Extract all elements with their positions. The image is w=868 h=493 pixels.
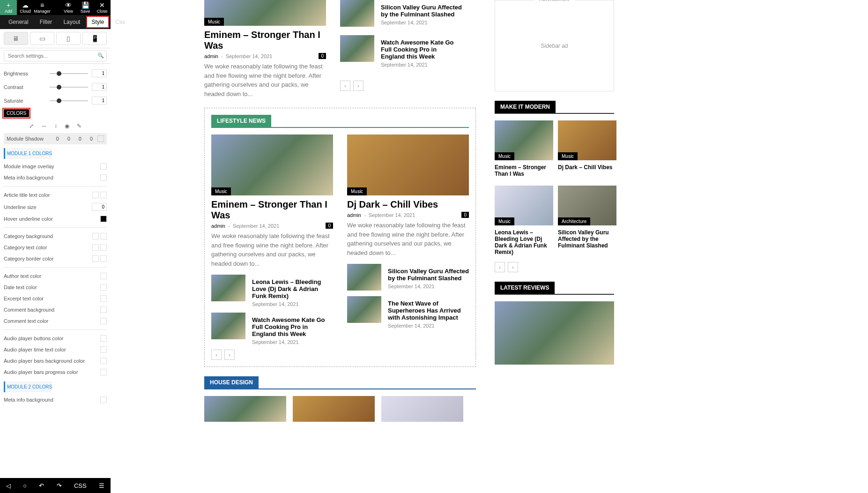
color-swatch[interactable] [100, 192, 107, 198]
home-icon[interactable]: ○ [23, 482, 27, 489]
article-thumb[interactable]: Music [558, 120, 616, 160]
category-tag[interactable]: Music [558, 152, 578, 160]
underline-size-input[interactable] [92, 203, 107, 211]
ad-box[interactable]: - Advertisement - Sidebar ad [495, 0, 614, 91]
article-image[interactable] [204, 396, 286, 422]
shadow-val-1[interactable]: 0 [67, 136, 70, 142]
redo-icon[interactable]: ↷ [57, 482, 62, 489]
horizontal-icon[interactable]: ↔ [41, 123, 47, 129]
category-tag[interactable]: Music [211, 187, 231, 195]
article-thumb[interactable]: Music [495, 120, 553, 160]
color-swatch[interactable] [100, 255, 107, 262]
shadow-color-swatch[interactable] [97, 135, 104, 142]
color-swatch[interactable] [100, 396, 107, 403]
color-swatch[interactable] [100, 358, 107, 364]
cloud-button[interactable]: ☁Cloud [17, 0, 34, 15]
shadow-val-3[interactable]: 0 [90, 136, 93, 142]
tab-layout[interactable]: Layout [59, 16, 85, 28]
color-swatch[interactable] [100, 318, 107, 324]
article-title[interactable]: Eminem – Stronger Than I Was [495, 164, 553, 177]
edit-icon[interactable]: ✎ [77, 123, 82, 129]
next-arrow[interactable]: › [353, 81, 364, 91]
blur-icon[interactable]: ◉ [65, 123, 69, 129]
article-image[interactable] [293, 396, 375, 422]
author-link[interactable]: admin [347, 212, 361, 218]
device-mobile[interactable]: 📱 [82, 32, 107, 45]
shadow-val-0[interactable]: 0 [56, 136, 59, 142]
category-tag[interactable]: Music [347, 187, 367, 195]
color-swatch[interactable] [100, 295, 107, 302]
article-thumb[interactable] [211, 313, 245, 339]
close-button[interactable]: ✕Close [94, 0, 111, 15]
color-swatch[interactable] [92, 255, 99, 262]
article-title[interactable]: Silicon Valley Guru Affected by the Fulm… [558, 229, 616, 249]
article-thumb[interactable] [211, 275, 245, 301]
color-swatch[interactable] [100, 216, 107, 222]
article-title[interactable]: Eminem – Stronger Than I Was [204, 30, 326, 51]
color-swatch[interactable] [100, 306, 107, 313]
comment-badge[interactable]: 0 [319, 53, 326, 59]
slider-knob[interactable] [57, 85, 61, 90]
brightness-slider[interactable] [50, 73, 88, 74]
article-image[interactable]: Music [347, 134, 469, 195]
vertical-icon[interactable]: ↕ [54, 123, 57, 129]
device-tablet-landscape[interactable]: ▭ [30, 32, 54, 45]
article-title[interactable]: Leona Lewis – Bleeding Love (Dj Dark & A… [252, 278, 333, 299]
view-button[interactable]: 👁View [60, 0, 77, 15]
device-tablet-portrait[interactable]: ▯ [56, 32, 81, 45]
tab-filter[interactable]: Filter [35, 16, 57, 28]
tab-style[interactable]: Style [87, 16, 109, 28]
category-tag[interactable]: Music [495, 217, 514, 225]
device-desktop[interactable]: 🖥 [4, 32, 28, 45]
undo-icon[interactable]: ↶ [39, 482, 44, 489]
category-tag[interactable]: Architecture [558, 217, 590, 225]
shadow-val-2[interactable]: 0 [79, 136, 82, 142]
article-image[interactable] [381, 396, 463, 422]
article-thumb[interactable]: Architecture [558, 186, 616, 225]
back-icon[interactable]: ◁ [6, 482, 11, 489]
article-thumb[interactable] [347, 264, 381, 291]
saturate-value[interactable] [92, 97, 107, 105]
color-swatch[interactable] [100, 233, 107, 239]
saturate-slider[interactable] [50, 100, 88, 101]
contrast-value[interactable] [92, 83, 107, 91]
color-swatch[interactable] [92, 244, 99, 251]
color-swatch[interactable] [100, 174, 107, 181]
color-swatch[interactable] [92, 233, 99, 239]
article-image[interactable]: Music [211, 134, 333, 195]
author-link[interactable]: admin [204, 53, 218, 59]
color-swatch[interactable] [100, 369, 107, 375]
comment-badge[interactable]: 0 [461, 212, 469, 218]
article-title[interactable]: The Next Wave of Superheroes Has Arrived… [388, 300, 469, 321]
add-button[interactable]: +Add [0, 0, 17, 15]
contrast-slider[interactable] [50, 87, 88, 88]
expand-icon[interactable]: ⤢ [29, 123, 34, 129]
manager-button[interactable]: ≡Manager [34, 0, 51, 15]
save-button[interactable]: 💾Save [77, 0, 94, 15]
prev-arrow[interactable]: ‹ [211, 350, 222, 360]
panel-icon[interactable]: ☰ [99, 482, 104, 489]
article-thumb[interactable] [347, 296, 381, 323]
article-title[interactable]: Watch Awesome Kate Go Full Cooking Pro i… [252, 316, 333, 337]
color-swatch[interactable] [100, 163, 107, 170]
category-tag[interactable]: Music [495, 152, 514, 160]
tab-general[interactable]: General [4, 16, 33, 28]
next-arrow[interactable]: › [508, 262, 518, 272]
color-swatch[interactable] [100, 284, 107, 291]
prev-arrow[interactable]: ‹ [340, 81, 350, 91]
search-input[interactable] [4, 50, 107, 61]
article-image[interactable] [495, 301, 614, 365]
color-swatch[interactable] [100, 346, 107, 353]
article-thumb[interactable]: Music [495, 186, 553, 225]
article-title[interactable]: Silicon Valley Guru Affected by the Fulm… [388, 268, 469, 282]
article-title[interactable]: Eminem – Stronger Than I Was [211, 199, 333, 221]
brightness-value[interactable] [92, 69, 107, 77]
article-title[interactable]: Leona Lewis – Bleeding Love (Dj Dark & A… [495, 229, 553, 255]
next-arrow[interactable]: › [224, 350, 235, 360]
prev-arrow[interactable]: ‹ [495, 262, 505, 272]
settings-scroll[interactable]: Brightness Contrast Saturate COLORS ⤢ ↔ … [0, 64, 111, 480]
slider-knob[interactable] [57, 71, 61, 76]
article-title[interactable]: Watch Awesome Kate Go Full Cooking Pro i… [381, 39, 462, 60]
author-link[interactable]: admin [211, 223, 225, 229]
article-image[interactable]: Music [204, 0, 326, 26]
